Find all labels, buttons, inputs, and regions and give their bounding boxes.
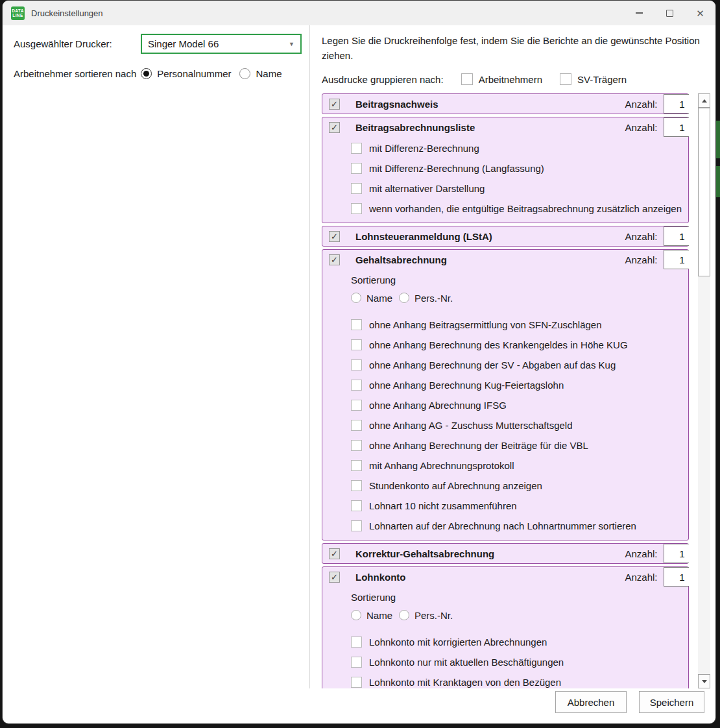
printer-label: Ausgewählter Drucker: — [14, 38, 141, 49]
report-section[interactable]: ✓BeitragsnachweisAnzahl: — [322, 93, 689, 114]
option-row: Lohnkonto mit korrigierten Abrechnungen — [351, 632, 682, 652]
option-checkbox[interactable] — [351, 440, 362, 451]
checkbox-label: SV-Trägern — [577, 74, 627, 85]
sort-radio-option[interactable]: Name — [351, 293, 392, 304]
scroll-down-button[interactable] — [698, 674, 710, 688]
group-by-row: Ausdrucke gruppieren nach: Arbeitnehmern… — [322, 73, 710, 85]
section-header[interactable]: ✓BeitragsabrechnungslisteAnzahl: — [322, 117, 688, 137]
option-label: mit Anhang Abrechnungsprotokoll — [369, 460, 514, 471]
radio-label: Name — [366, 610, 392, 621]
arrow-up-icon — [702, 99, 707, 103]
option-checkbox[interactable] — [351, 359, 362, 370]
option-checkbox[interactable] — [351, 143, 362, 154]
sort-radio-option[interactable]: Pers.-Nr. — [399, 610, 453, 621]
option-checkbox[interactable] — [351, 319, 362, 330]
section-title: Lohnkonto — [355, 572, 405, 583]
option-checkbox[interactable] — [351, 520, 362, 531]
arrow-down-icon — [702, 680, 707, 683]
option-checkbox[interactable] — [351, 203, 362, 214]
option-checkbox[interactable] — [351, 500, 362, 511]
option-checkbox[interactable] — [351, 460, 362, 471]
section-header[interactable]: ✓LohnkontoAnzahl: — [322, 567, 688, 587]
window-controls: ✕ — [624, 1, 715, 25]
printer-select[interactable]: Singer Model 66 ▼ — [141, 34, 302, 54]
report-section[interactable]: ✓BeitragsabrechnungslisteAnzahl:mit Diff… — [322, 117, 689, 223]
printer-row: Ausgewählter Drucker: Singer Model 66 ▼ — [14, 34, 309, 54]
section-options: SortierungNamePers.-Nr.ohne Anhang Beitr… — [322, 269, 688, 540]
section-checkbox[interactable]: ✓ — [329, 548, 340, 559]
section-options: mit Differenz-Berechnungmit Differenz-Be… — [322, 137, 688, 223]
cancel-button[interactable]: Abbrechen — [555, 691, 627, 713]
title-bar: DATA LINE Druckeinstellungen ✕ — [3, 1, 715, 25]
option-row: Lohnkonto mit Kranktagen von den Bezügen — [351, 672, 682, 688]
print-order-panel: Legen Sie die Druckreihenfolge fest, ind… — [310, 25, 715, 688]
option-row: mit Differenz-Berechnung — [351, 138, 682, 158]
dialog-footer: Abbrechen Speichern — [3, 688, 715, 723]
app-icon-text: DATA — [12, 8, 24, 13]
option-checkbox[interactable] — [351, 480, 362, 491]
option-row: ohne Anhang Abrechnung IFSG — [351, 395, 682, 415]
scrollbar-thumb[interactable] — [698, 108, 710, 276]
option-label: ohne Anhang Berechnung der Beiträge für … — [369, 440, 588, 451]
section-checkbox[interactable]: ✓ — [329, 572, 340, 583]
sort-option-name[interactable]: Name — [239, 68, 282, 79]
anzahl-input[interactable] — [664, 94, 690, 114]
sort-radio-option[interactable]: Name — [351, 610, 392, 621]
anzahl-input[interactable] — [664, 567, 690, 587]
scroll-up-button[interactable] — [698, 93, 710, 108]
report-section[interactable]: ✓Lohnsteueranmeldung (LStA)Anzahl: — [322, 226, 689, 247]
group-by-arbeitnehmern[interactable]: Arbeitnehmern — [461, 73, 542, 85]
option-checkbox[interactable] — [351, 339, 362, 350]
option-checkbox[interactable] — [351, 420, 362, 431]
anzahl-input[interactable] — [664, 226, 690, 246]
anzahl-input[interactable] — [664, 544, 690, 563]
sort-radio-option[interactable]: Pers.-Nr. — [399, 293, 453, 304]
report-section[interactable]: ✓GehaltsabrechnungAnzahl:SortierungNameP… — [322, 249, 689, 540]
option-row: Stundenkonto auf Abrechnung anzeigen — [351, 476, 682, 496]
option-row: ohne Anhang AG - Zuschuss Mutterschaftsg… — [351, 415, 682, 435]
desktop-background-sliver — [715, 166, 720, 197]
save-button[interactable]: Speichern — [639, 691, 704, 713]
scrollbar-track[interactable] — [698, 108, 710, 674]
section-header[interactable]: ✓Korrektur-GehaltsabrechnungAnzahl: — [322, 544, 688, 563]
anzahl-input[interactable] — [664, 117, 690, 137]
report-section[interactable]: ✓Korrektur-GehaltsabrechnungAnzahl: — [322, 543, 689, 564]
chevron-down-icon: ▼ — [289, 41, 294, 47]
section-header[interactable]: ✓BeitragsnachweisAnzahl: — [322, 94, 688, 114]
option-checkbox[interactable] — [351, 183, 362, 194]
section-options: SortierungNamePers.-Nr.Lohnkonto mit kor… — [322, 587, 688, 688]
section-checkbox[interactable]: ✓ — [329, 231, 340, 242]
radio-label: Name — [256, 68, 282, 79]
option-row: ohne Anhang Berechnung Kug-Feiertagslohn — [351, 375, 682, 395]
section-header[interactable]: ✓GehaltsabrechnungAnzahl: — [322, 250, 688, 269]
option-checkbox[interactable] — [351, 163, 362, 174]
anzahl-label: Anzahl: — [625, 548, 657, 559]
close-button[interactable]: ✕ — [685, 1, 715, 25]
section-header[interactable]: ✓Lohnsteueranmeldung (LStA)Anzahl: — [322, 226, 688, 246]
maximize-button[interactable] — [654, 1, 685, 25]
report-section[interactable]: ✓LohnkontoAnzahl:SortierungNamePers.-Nr.… — [322, 566, 689, 688]
printer-select-value: Singer Model 66 — [148, 38, 219, 49]
section-checkbox[interactable]: ✓ — [329, 254, 340, 265]
group-by-sv-traegern[interactable]: SV-Trägern — [560, 73, 627, 85]
section-checkbox[interactable]: ✓ — [329, 122, 340, 133]
sort-option-personalnummer[interactable]: Personalnummer — [141, 68, 231, 79]
checkbox-label: Arbeitnehmern — [479, 74, 542, 85]
minimize-button[interactable] — [624, 1, 654, 25]
radio-label: Pers.-Nr. — [414, 293, 453, 304]
option-checkbox[interactable] — [351, 657, 362, 668]
section-title: Beitragsabrechnungsliste — [355, 122, 475, 133]
option-checkbox[interactable] — [351, 400, 362, 411]
report-sections-list: ✓BeitragsnachweisAnzahl:✓Beitragsabrechn… — [322, 93, 689, 688]
option-row: wenn vorhanden, die entgültige Beitragsa… — [351, 199, 682, 219]
radio-icon — [399, 610, 409, 620]
section-checkbox[interactable]: ✓ — [329, 99, 340, 110]
vertical-scrollbar[interactable] — [698, 93, 710, 688]
option-label: Lohnarten auf der Abrechnung nach Lohnar… — [369, 520, 636, 531]
option-checkbox[interactable] — [351, 380, 362, 391]
sortierung-label: Sortierung — [351, 589, 682, 605]
option-checkbox[interactable] — [351, 677, 362, 688]
anzahl-input[interactable] — [664, 250, 690, 269]
option-checkbox[interactable] — [351, 637, 362, 648]
option-label: mit alternativer Darstellung — [369, 183, 485, 194]
